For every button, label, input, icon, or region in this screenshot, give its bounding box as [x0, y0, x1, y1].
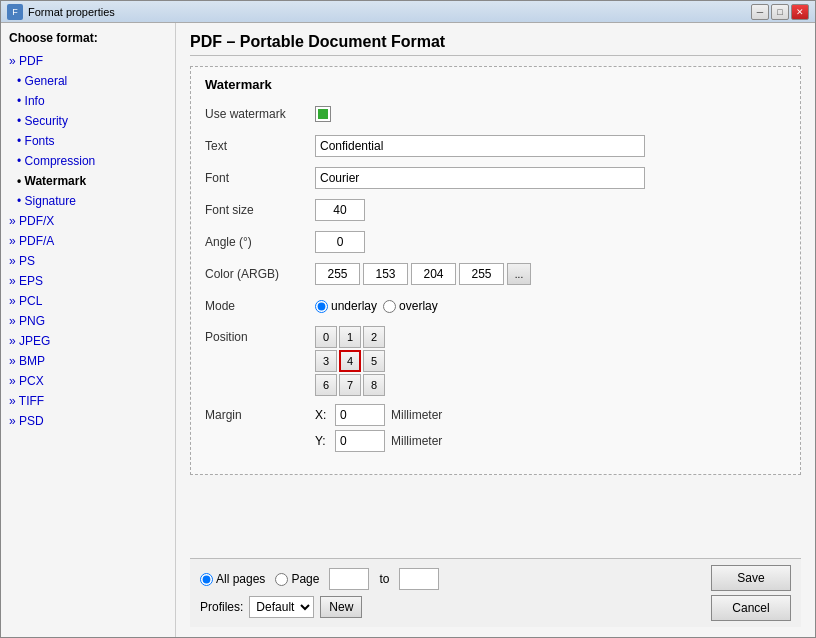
text-row: Text [205, 134, 786, 158]
bottom-left: All pages Page to Profiles: [200, 568, 703, 618]
all-pages-text: All pages [216, 572, 265, 586]
margin-x-label: X: [315, 408, 329, 422]
window-title: Format properties [28, 6, 751, 18]
sidebar-item-compression[interactable]: Compression [5, 151, 171, 171]
angle-label: Angle (°) [205, 235, 315, 249]
sidebar-item-fonts[interactable]: Fonts [5, 131, 171, 151]
font-control [315, 167, 786, 189]
pages-row: All pages Page to [200, 568, 439, 590]
position-btn-3[interactable]: 3 [315, 350, 337, 372]
sidebar-item-ps[interactable]: PS [5, 251, 171, 271]
mode-underlay-text: underlay [331, 299, 377, 313]
mode-overlay-label[interactable]: overlay [383, 299, 438, 313]
font-size-label: Font size [205, 203, 315, 217]
page-to-input[interactable] [399, 568, 439, 590]
color-picker-button[interactable]: ... [507, 263, 531, 285]
sidebar-item-bmp[interactable]: BMP [5, 351, 171, 371]
position-btn-5[interactable]: 5 [363, 350, 385, 372]
profiles-select[interactable]: Default [249, 596, 314, 618]
text-label: Text [205, 139, 315, 153]
sidebar-item-pdfa[interactable]: PDF/A [5, 231, 171, 251]
all-pages-label[interactable]: All pages [200, 572, 265, 586]
sidebar-item-png[interactable]: PNG [5, 311, 171, 331]
position-btn-0[interactable]: 0 [315, 326, 337, 348]
page-from-input[interactable] [329, 568, 369, 590]
color-r-input[interactable] [363, 263, 408, 285]
minimize-button[interactable]: ─ [751, 4, 769, 20]
sidebar-item-pcl[interactable]: PCL [5, 291, 171, 311]
position-btn-7[interactable]: 7 [339, 374, 361, 396]
mode-underlay-radio[interactable] [315, 300, 328, 313]
font-size-input[interactable] [315, 199, 365, 221]
sidebar-item-eps[interactable]: EPS [5, 271, 171, 291]
color-b-input[interactable] [459, 263, 504, 285]
margin-control: X: Millimeter Y: Millimeter [315, 404, 786, 456]
position-row: Position 0 1 2 3 4 5 [205, 326, 786, 396]
spacer [190, 475, 801, 558]
sidebar-item-watermark[interactable]: Watermark [5, 171, 171, 191]
position-btn-4[interactable]: 4 [339, 350, 361, 372]
margin-y-input[interactable] [335, 430, 385, 452]
watermark-section: Watermark Use watermark Text [190, 66, 801, 475]
title-bar-buttons: ─ □ ✕ [751, 4, 809, 20]
use-watermark-checkbox[interactable] [315, 106, 331, 122]
angle-input[interactable] [315, 231, 365, 253]
position-control: 0 1 2 3 4 5 6 7 [315, 326, 786, 396]
sidebar-item-signature[interactable]: Signature [5, 191, 171, 211]
sidebar-item-jpeg[interactable]: JPEG [5, 331, 171, 351]
angle-control [315, 231, 786, 253]
profiles-row: Profiles: Default New [200, 596, 439, 618]
position-btn-2[interactable]: 2 [363, 326, 385, 348]
sidebar-item-pdfx[interactable]: PDF/X [5, 211, 171, 231]
all-pages-radio[interactable] [200, 573, 213, 586]
sidebar: Choose format: PDF General Info Security… [1, 23, 176, 637]
use-watermark-control [315, 106, 786, 122]
margin-y-label: Y: [315, 434, 329, 448]
sidebar-item-tiff[interactable]: TIFF [5, 391, 171, 411]
title-bar: F Format properties ─ □ ✕ [1, 1, 815, 23]
maximize-button[interactable]: □ [771, 4, 789, 20]
section-title: Watermark [205, 77, 786, 92]
font-row: Font [205, 166, 786, 190]
page-label-radio[interactable]: Page [275, 572, 319, 586]
main-content: Choose format: PDF General Info Security… [1, 23, 815, 637]
sidebar-item-info[interactable]: Info [5, 91, 171, 111]
font-size-control [315, 199, 786, 221]
page-radio[interactable] [275, 573, 288, 586]
margin-y-unit: Millimeter [391, 434, 442, 448]
mode-row: Mode underlay overlay [205, 294, 786, 318]
use-watermark-row: Use watermark [205, 102, 786, 126]
color-a-input[interactable] [315, 263, 360, 285]
color-label: Color (ARGB) [205, 267, 315, 281]
cancel-button[interactable]: Cancel [711, 595, 791, 621]
sidebar-item-pdf[interactable]: PDF [5, 51, 171, 71]
text-input[interactable] [315, 135, 645, 157]
font-size-row: Font size [205, 198, 786, 222]
margin-label: Margin [205, 404, 315, 422]
mode-underlay-label[interactable]: underlay [315, 299, 377, 313]
panel-title: PDF – Portable Document Format [190, 33, 801, 56]
margin-row: Margin X: Millimeter Y: Millimeter [205, 404, 786, 456]
position-row-1: 3 4 5 [315, 350, 786, 372]
profiles-label: Profiles: [200, 600, 243, 614]
right-panel: PDF – Portable Document Format Watermark… [176, 23, 815, 637]
position-btn-8[interactable]: 8 [363, 374, 385, 396]
save-button[interactable]: Save [711, 565, 791, 591]
color-row: Color (ARGB) ... [205, 262, 786, 286]
color-g-input[interactable] [411, 263, 456, 285]
bottom-actions: Save Cancel [711, 565, 791, 621]
margin-x-input[interactable] [335, 404, 385, 426]
close-button[interactable]: ✕ [791, 4, 809, 20]
position-btn-6[interactable]: 6 [315, 374, 337, 396]
mode-overlay-radio[interactable] [383, 300, 396, 313]
sidebar-item-general[interactable]: General [5, 71, 171, 91]
new-button[interactable]: New [320, 596, 362, 618]
position-btn-1[interactable]: 1 [339, 326, 361, 348]
sidebar-item-psd[interactable]: PSD [5, 411, 171, 431]
mode-overlay-text: overlay [399, 299, 438, 313]
font-input[interactable] [315, 167, 645, 189]
sidebar-item-security[interactable]: Security [5, 111, 171, 131]
position-grid: 0 1 2 3 4 5 6 7 [315, 326, 786, 396]
position-row-2: 6 7 8 [315, 374, 786, 396]
sidebar-item-pcx[interactable]: PCX [5, 371, 171, 391]
